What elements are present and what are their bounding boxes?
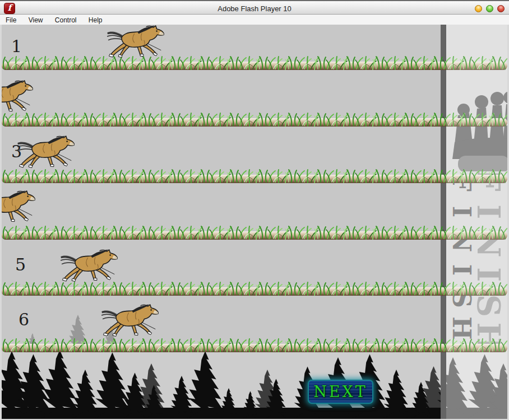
zoom-button[interactable] — [486, 5, 493, 12]
flash-stage: FINISH FINISH 1 3 5 6 NEXT — [2, 25, 507, 419]
horse — [2, 190, 38, 223]
title-bar: f Adobe Flash Player 10 — [0, 0, 509, 15]
menu-control[interactable]: Control — [50, 15, 82, 25]
lane-number: 5 — [15, 256, 26, 273]
finish-zone-fade — [446, 25, 507, 419]
grass-divider — [2, 112, 507, 127]
menu-help[interactable]: Help — [84, 15, 108, 25]
horse — [2, 80, 35, 113]
window-title: Adobe Flash Player 10 — [0, 1, 509, 16]
grass-divider — [2, 225, 507, 240]
forest-silhouette — [2, 352, 507, 419]
grass-divider — [2, 55, 507, 70]
horse — [107, 25, 166, 58]
horse — [101, 304, 161, 337]
grass-divider — [2, 169, 507, 183]
next-button[interactable]: NEXT — [308, 380, 373, 404]
grass-divider — [2, 281, 507, 296]
close-button[interactable] — [497, 5, 505, 12]
menu-file[interactable]: File — [0, 15, 21, 25]
horse — [17, 136, 77, 169]
minimize-button[interactable] — [475, 5, 482, 12]
menu-bar: File View Control Help — [0, 15, 509, 25]
menu-view[interactable]: View — [24, 15, 48, 25]
lane-number: 6 — [18, 311, 29, 328]
window-controls — [475, 5, 505, 12]
horse — [60, 249, 120, 282]
grass-divider — [2, 338, 507, 352]
lane-number: 1 — [11, 38, 22, 55]
